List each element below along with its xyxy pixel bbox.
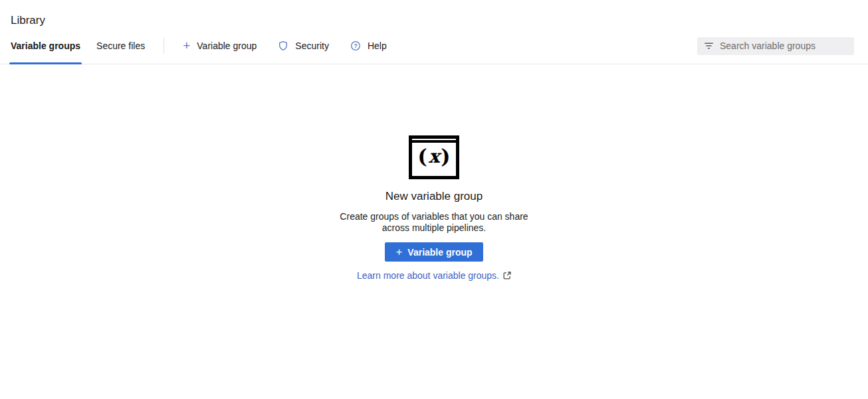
tab-bar: Variable groups Secure files + Variable … — [0, 28, 868, 64]
learn-more-link[interactable]: Learn more about variable groups. — [357, 270, 511, 281]
toolbar-button-variable-group-label: Variable group — [197, 40, 257, 51]
toolbar-button-security-label: Security — [295, 40, 329, 51]
page-header: Library — [0, 0, 868, 28]
learn-more-link-label: Learn more about variable groups. — [357, 270, 499, 281]
search-input[interactable] — [720, 40, 849, 51]
variable-group-icon: ( x ) — [409, 135, 459, 179]
tab-variable-groups-label: Variable groups — [11, 40, 80, 51]
toolbar-button-help[interactable]: ? Help — [344, 37, 393, 55]
toolbar-button-help-label: Help — [368, 40, 387, 51]
variable-group-button-label: Variable group — [407, 247, 472, 258]
toolbar-separator — [163, 38, 164, 54]
search-box[interactable] — [697, 37, 854, 55]
toolbar-button-security[interactable]: Security — [271, 37, 336, 55]
empty-state-title: New variable group — [0, 190, 868, 203]
empty-state: ( x ) New variable group Create groups o… — [0, 135, 868, 281]
toolbar-button-variable-group[interactable]: + Variable group — [176, 37, 263, 55]
external-link-icon — [503, 272, 511, 279]
plus-icon: + — [183, 41, 190, 50]
tab-secure-files-label: Secure files — [96, 40, 145, 51]
shield-icon — [278, 40, 288, 51]
help-icon: ? — [350, 40, 361, 51]
variable-group-button[interactable]: + Variable group — [385, 242, 483, 262]
svg-text:?: ? — [354, 42, 357, 49]
learn-more-row: Learn more about variable groups. — [0, 270, 868, 281]
page-title: Library — [11, 13, 857, 28]
variable-group-icon-glyph: ( x ) — [412, 143, 456, 173]
tab-variable-groups[interactable]: Variable groups — [11, 28, 80, 64]
page: { "page": { "title": "Library" }, "tabs"… — [0, 0, 868, 399]
filter-icon — [704, 42, 714, 50]
tab-secure-files[interactable]: Secure files — [96, 28, 145, 64]
empty-state-description: Create groups of variables that you can … — [332, 211, 536, 234]
plus-icon: + — [395, 248, 402, 257]
